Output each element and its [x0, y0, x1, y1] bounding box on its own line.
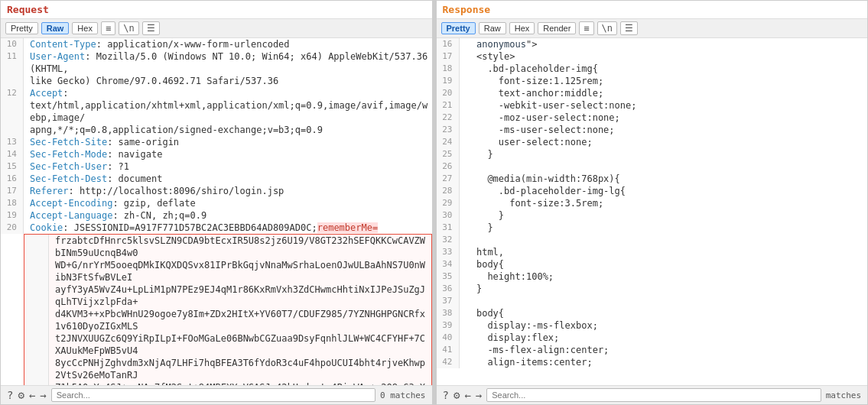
line-20: 20 Cookie: JSESSIONID=A917F771D57BC2AC3E… — [1, 222, 432, 234]
resp-line-31: 31 } — [437, 222, 868, 234]
response-title: Response — [437, 1, 868, 19]
line-12b: text/html,application/xhtml+xml,applicat… — [1, 99, 432, 124]
response-forward-icon[interactable]: → — [476, 389, 482, 401]
resp-line-37: 37 — [437, 295, 868, 307]
line-14: 14 Sec-Fetch-Mode: navigate — [1, 148, 432, 160]
resp-line-16: 16 anonymous"> — [437, 38, 868, 50]
request-search-input[interactable] — [51, 388, 375, 402]
resp-line-26: 26 — [437, 160, 868, 173]
request-content: 10 Content-Type: application/x-www-form-… — [1, 38, 432, 385]
response-raw-btn[interactable]: Raw — [479, 22, 506, 34]
line-12: 12 Accept: — [1, 87, 432, 99]
response-toolbar: Pretty Raw Hex Render ≡ \n ☰ — [437, 19, 868, 38]
request-match-count: 0 matches — [380, 390, 426, 400]
request-stream-icon[interactable]: ≡ — [101, 21, 115, 35]
resp-line-39: 39 display:-ms-flexbox; — [437, 319, 868, 332]
line-cookie-1: frzabtcDfHnrc5klsvSLZN9CDA9btEcxIR5U8s2j… — [26, 235, 430, 259]
response-stream-icon[interactable]: ≡ — [579, 21, 593, 35]
response-bottom-bar: ? ⚙ ← → matches — [437, 385, 868, 404]
response-match-count: matches — [826, 390, 861, 400]
resp-line-18: 18 .bd-placeholder-img{ — [437, 63, 868, 75]
response-newline-icon[interactable]: \n — [597, 21, 617, 35]
request-pretty-btn[interactable]: Pretty — [5, 22, 38, 34]
response-content: 16 anonymous"> 17 <style> 18 .bd-placeho… — [437, 38, 868, 385]
response-pretty-btn[interactable]: Pretty — [441, 22, 476, 34]
response-hex-btn[interactable]: Hex — [509, 22, 535, 34]
line-cookie-6: 8ycCcPNHjZghvdm3xNjAq7LHFi7hqBFEA3T6fYdo… — [26, 357, 430, 381]
response-help-icon[interactable]: ? — [443, 389, 449, 401]
request-raw-btn[interactable]: Raw — [41, 22, 70, 34]
request-toolbar: Pretty Raw Hex ≡ \n ☰ — [1, 19, 432, 38]
resp-line-38: 38 body{ — [437, 307, 868, 319]
resp-line-20: 20 text-anchor:middle; — [437, 87, 868, 99]
request-panel: Request Pretty Raw Hex ≡ \n ☰ 10 Content… — [0, 0, 433, 405]
response-render-btn[interactable]: Render — [538, 22, 576, 34]
line-cookie-2: WD+G/nrYrM5ooeqDMkIKQXDQSvx81IPrBkGqjvNn… — [26, 259, 430, 284]
resp-line-17: 17 <style> — [437, 50, 868, 63]
request-forward-icon[interactable]: → — [40, 389, 46, 401]
line-cookie-4: d4KVM3++xPbcWHnU29ogoe7y8Im+ZDx2HItX+YV6… — [26, 308, 430, 332]
resp-line-22: 22 -moz-user-select:none; — [437, 112, 868, 124]
line-10: 10 Content-Type: application/x-www-form-… — [1, 38, 432, 50]
line-17: 17 Referer: http://localhost:8096/shiro/… — [1, 185, 432, 197]
request-menu-icon[interactable]: ☰ — [142, 21, 160, 35]
resp-line-21: 21 -webkit-user-select:none; — [437, 99, 868, 112]
line-cookie-3: ayfY3yA5WvZ4u+LpLiM1pN7PEz9EJ4qM1r86KxRm… — [26, 284, 430, 308]
line-12c: apng,*/*;q=0.8,application/signed-exchan… — [1, 124, 432, 136]
line-11: 11 User-Agent: Mozilla/5.0 (Windows NT 1… — [1, 50, 432, 75]
resp-line-35: 35 height:100%; — [437, 271, 868, 283]
request-newline-icon[interactable]: \n — [119, 21, 138, 35]
request-help-icon[interactable]: ? — [7, 389, 13, 401]
line-19: 19 Accept-Language: zh-CN, zh;q=0.9 — [1, 209, 432, 222]
line-13: 13 Sec-Fetch-Site: same-origin — [1, 136, 432, 148]
line-cookie-5: t2JNVXUUGZc6Q9YiRpILpI+FOoMGaLe06BNwbCGZ… — [26, 332, 430, 357]
request-settings-icon[interactable]: ⚙ — [18, 389, 24, 401]
resp-line-36: 36 } — [437, 283, 868, 295]
response-settings-icon[interactable]: ⚙ — [454, 389, 460, 401]
resp-line-25: 25 } — [437, 148, 868, 160]
resp-line-32: 32 — [437, 234, 868, 246]
line-16: 16 Sec-Fetch-Dest: document — [1, 173, 432, 185]
resp-line-19: 19 font-size:1.125rem; — [437, 75, 868, 87]
resp-line-33: 33 html, — [437, 246, 868, 258]
line-11b: like Gecko) Chrome/97.0.4692.71 Safari/5… — [1, 75, 432, 87]
resp-line-24: 24 user-select:none; — [437, 136, 868, 148]
request-bottom-bar: ? ⚙ ← → 0 matches — [1, 385, 432, 404]
response-search-input[interactable] — [486, 388, 821, 402]
resp-line-42: 42 align-items:center; — [437, 356, 868, 368]
response-panel: Response Pretty Raw Hex Render ≡ \n ☰ 16… — [436, 0, 869, 405]
resp-line-29: 29 font-size:3.5rem; — [437, 197, 868, 209]
resp-line-27: 27 @media(min-width:768px){ — [437, 173, 868, 185]
resp-line-23: 23 -ms-user-select:none; — [437, 124, 868, 136]
resp-line-41: 41 -ms-flex-align:center; — [437, 344, 868, 356]
line-18: 18 Accept-Encoding: gzip, deflate — [1, 197, 432, 209]
response-menu-icon[interactable]: ☰ — [620, 21, 638, 35]
resp-line-30: 30 } — [437, 209, 868, 222]
resp-line-40: 40 display:flex; — [437, 332, 868, 344]
line-15: 15 Sec-Fetch-User: ?1 — [1, 160, 432, 173]
request-hex-btn[interactable]: Hex — [72, 22, 98, 34]
resp-line-34: 34 body{ — [437, 258, 868, 271]
request-title: Request — [1, 1, 432, 19]
response-back-icon[interactable]: ← — [464, 389, 470, 401]
request-back-icon[interactable]: ← — [29, 389, 35, 401]
resp-line-28: 28 .bd-placeholder-img-lg{ — [437, 185, 868, 197]
